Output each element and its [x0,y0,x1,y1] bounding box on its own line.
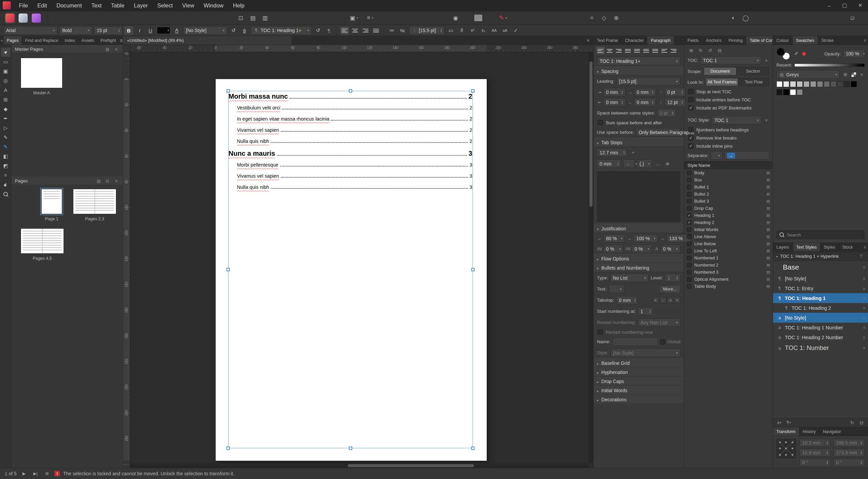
page-thumbnail[interactable] [42,189,62,214]
close-document-icon[interactable] [583,36,593,45]
swatch[interactable] [837,81,843,87]
left-panel-tab[interactable]: Find and Replace [22,36,62,45]
style-row-menu-icon[interactable] [863,346,865,350]
frame-text-tool-icon[interactable] [1,57,10,66]
toc-style-row[interactable]: Drop Cap [684,205,773,212]
style-format-icon[interactable] [767,185,770,189]
text-style-row[interactable]: a TOC 1: Heading 2 Number [773,332,868,342]
style-format-icon[interactable] [767,213,770,218]
all-caps-icon[interactable] [490,26,499,35]
text-style-row[interactable]: ¶ TOC 1: Entry [773,283,868,293]
collapsed-section-header[interactable]: Initial Words [594,386,684,395]
toc-entry[interactable]: Morbi pellentesque 3 [228,162,472,173]
bullet-align-center-icon[interactable]: ↔ [660,297,666,303]
bold-button[interactable]: B [124,26,133,35]
swatch[interactable] [830,81,837,87]
menu-item[interactable]: File [14,0,33,11]
default-tab-stop-stepper[interactable]: 12.7 mm [597,148,627,157]
spacing-stepper[interactable]: 0 mm [634,88,656,96]
text-style-row[interactable]: a [No Style] [773,313,868,323]
leading-select[interactable]: [15.5 pt] [617,77,680,85]
paragraph-style-select[interactable]: TOC 1: Heading 1+ [251,26,312,35]
collapsed-section-header[interactable]: Baseline Grid [594,358,684,368]
style-format-icon[interactable] [767,256,770,260]
panel-tab[interactable]: Swatches [793,36,818,45]
page-thumbnail[interactable] [73,189,116,214]
publisher-persona-icon[interactable] [5,14,15,23]
paragraph-style-select[interactable]: TOC 1: Heading 1+ [597,57,680,65]
restart-now-option[interactable]: Restart numbering now [594,328,684,336]
panel-tab[interactable]: Text Styles [793,243,820,251]
toc-option-checkbox[interactable] [688,105,694,110]
menu-item[interactable]: Help [228,0,249,11]
selection-handle-middle-left[interactable] [226,268,230,271]
page-item[interactable]: Pages 2,3 [73,189,116,221]
panel-collapse-icon[interactable] [0,36,4,45]
swatch[interactable] [817,81,823,87]
font-family-select[interactable]: Arial [3,26,57,35]
style-format-icon[interactable] [767,171,770,175]
scope-option[interactable]: Document [704,67,737,75]
spacing-stepper[interactable]: 12 pt [665,98,685,106]
style-row-menu-icon[interactable] [863,277,865,281]
pages-view-mode-icon[interactable] [96,179,102,183]
style-format-icon[interactable] [767,277,770,281]
new-character-style-icon[interactable] [776,419,783,426]
pages-thumbnail-size-icon[interactable] [104,179,111,183]
toc-option-row[interactable]: Include entries before TOC [684,96,773,104]
toc-style-row[interactable]: Numbered 3 [684,269,773,276]
style-row-menu-icon[interactable] [863,326,865,330]
text-style-row[interactable]: ¶ TOC 1: Heading 2 [773,303,868,313]
page-thumbnail[interactable] [21,229,64,253]
toc-entry[interactable]: Nulla quis nibh 3 [228,184,472,196]
font-size-stepper[interactable]: 15 pt [94,26,122,35]
collapsed-section-header[interactable]: Decorations [594,395,684,404]
toc-entry[interactable]: Vivamus vel sapien 3 [228,173,472,184]
text-style-row[interactable]: ¶ TOC 1: Heading 1 [773,293,868,303]
order-dropdown-icon[interactable] [346,13,361,23]
style-format-icon[interactable] [767,192,770,196]
justify-left-icon[interactable] [624,47,632,54]
bullet-type-select[interactable]: No List [610,274,649,282]
height-stepper[interactable]: 273.9 mm [833,449,865,457]
preview-mode-icon[interactable] [450,13,461,23]
account-icon[interactable] [847,13,858,23]
bullet-more-button[interactable]: More... [659,285,680,293]
bullets-section-header[interactable]: Bullets and Numbering [594,263,684,272]
style-format-icon[interactable] [767,220,770,225]
snapping-icon[interactable] [586,13,597,23]
vector-crop-tool-icon[interactable] [1,171,10,180]
tab-stop-position-stepper[interactable]: 0 mm [597,159,621,168]
toc-style-row[interactable]: Table Body [684,283,773,290]
swatch[interactable] [783,81,789,87]
text-style-row[interactable]: ¶ [No Style] [773,274,868,283]
bullet-align-right-icon[interactable]: ⇥ [667,297,673,303]
toc-style-row[interactable]: Bullet 1 [684,183,773,191]
panel-tab[interactable]: Navigator [819,427,845,436]
spacing-section-header[interactable]: Spacing [594,67,684,76]
tab-stop-more-icon[interactable] [654,160,662,168]
toc-entry[interactable]: Nunc a mauris 3 [228,150,472,162]
style-include-checkbox[interactable] [687,284,692,289]
panel-tab[interactable]: Transform [773,427,799,436]
left-panel-tab[interactable]: Pages [4,36,22,45]
text-frame-settings-icon[interactable] [447,26,455,35]
restart-now-checkbox[interactable] [598,329,603,335]
swatch[interactable] [797,89,803,95]
style-include-checkbox[interactable] [687,220,692,225]
toc-style-option-row[interactable]: Include inline pins [684,142,773,150]
style-row-menu-icon[interactable] [863,296,865,300]
page-overview-icon[interactable] [43,470,51,478]
justify-all-icon[interactable] [651,47,659,54]
photo-persona-icon[interactable] [32,14,41,23]
start-numbering-stepper[interactable]: 1 [638,307,653,316]
align-center-icon[interactable] [351,27,359,34]
justification-select[interactable]: 100 % [633,234,658,243]
menu-item[interactable]: Table [106,0,129,11]
vector-brush-tool-icon[interactable] [1,142,10,151]
style-include-checkbox[interactable] [687,227,692,232]
style-format-icon[interactable] [767,178,770,182]
bullet-align-left-icon[interactable]: ⇤ [653,297,659,303]
toc-style-row[interactable]: Optical Alignment [684,276,773,283]
left-panel-tab[interactable]: Preflight [97,36,119,45]
